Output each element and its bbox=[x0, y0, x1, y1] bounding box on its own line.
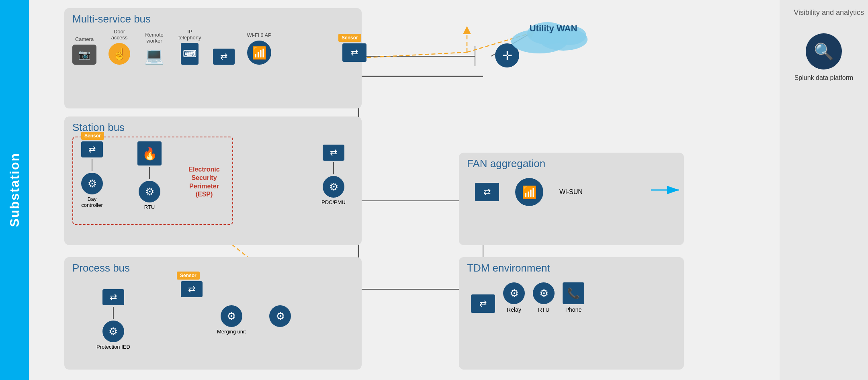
substation-label: Substation bbox=[7, 153, 22, 227]
protection-ied-label: Protection IED bbox=[96, 344, 130, 350]
protection-ied-icon: ⚙ bbox=[102, 321, 124, 342]
tdm-phone-label: Phone bbox=[565, 306, 581, 313]
station-switch-icon bbox=[81, 141, 103, 157]
tdm-environment-box: TDM environment ⚙ Relay ⚙ RTU 📞 Phone bbox=[459, 257, 684, 370]
rtu-label: RTU bbox=[144, 204, 155, 210]
visibility-title: Visibility and analytics bbox=[794, 8, 864, 17]
wi-sun-icon: 📶 bbox=[515, 178, 543, 206]
laptop-icon: 💻 bbox=[142, 46, 166, 65]
bay-controller-label: Baycontroller bbox=[81, 196, 102, 208]
blue-arrow-area bbox=[651, 184, 683, 196]
remote-worker-device: Remoteworker 💻 bbox=[142, 32, 166, 65]
multiservice-bus-box: Multi-service bus Camera 📷 Dooraccess ☝ … bbox=[64, 8, 362, 108]
sensor-badge-top: Sensor bbox=[338, 34, 361, 42]
pdc-switch-icon bbox=[323, 145, 344, 161]
sensor-badge-station: Sensor bbox=[81, 132, 104, 140]
process-bus-box: Process bus ⚙ Protection IED Sensor ⚙ Me… bbox=[64, 257, 362, 370]
merging-unit-label: Merging unit bbox=[217, 329, 246, 335]
pdc-icon: ⚙ bbox=[323, 176, 344, 198]
cisco-fire-icon: 🔥 bbox=[137, 141, 162, 165]
fingerprint-icon: ☝ bbox=[108, 43, 130, 65]
ip-telephony-label: IPtelephony bbox=[178, 29, 201, 41]
blue-arrow-svg bbox=[651, 184, 683, 196]
ms-switch-device: . bbox=[213, 40, 235, 65]
wifi-icon: 📶 bbox=[247, 41, 271, 65]
top-switch-icon bbox=[342, 43, 366, 62]
ms-switch-icon bbox=[213, 49, 235, 65]
ip-telephony-device: IPtelephony ⌨ bbox=[178, 29, 201, 65]
process-gear2-icon: ⚙ bbox=[269, 305, 291, 327]
multiservice-bus-title: Multi-service bus bbox=[72, 13, 354, 25]
process-bus-title: Process bus bbox=[72, 262, 354, 274]
splunk-label: Splunk data platform bbox=[794, 74, 854, 82]
camera-icon: 📷 bbox=[72, 45, 96, 65]
fan-switch-icon bbox=[475, 183, 499, 201]
remote-worker-label: Remoteworker bbox=[145, 32, 164, 44]
svg-marker-44 bbox=[463, 26, 471, 34]
pdc-label: PDC/PMU bbox=[321, 199, 346, 205]
diagram-area: Multi-service bus Camera 📷 Dooraccess ☝ … bbox=[29, 0, 780, 380]
visibility-panel: Visibility and analytics 🔍 Splunk data p… bbox=[780, 0, 868, 380]
keypad-icon: ⌨ bbox=[181, 43, 199, 65]
tdm-phone-icon: 📞 bbox=[563, 282, 584, 304]
door-access-label: Dooraccess bbox=[111, 29, 127, 41]
station-bus-title: Station bus bbox=[72, 121, 354, 134]
wi-sun-label: Wi-SUN bbox=[559, 188, 583, 196]
process-switch-left-icon bbox=[102, 289, 124, 305]
sensor-badge-process: Sensor bbox=[177, 272, 200, 280]
tdm-rtu-label: RTU bbox=[538, 306, 550, 313]
relay-icon: ⚙ bbox=[503, 282, 525, 304]
wifi6-label: Wi-Fi 6 AP bbox=[247, 32, 271, 38]
tdm-switch-icon bbox=[471, 294, 495, 313]
relay-label: Relay bbox=[507, 306, 521, 313]
substation-bar: Substation bbox=[0, 0, 29, 380]
fan-aggregation-title: FAN aggregation bbox=[467, 157, 676, 170]
tdm-rtu-icon: ⚙ bbox=[533, 282, 555, 304]
tdm-environment-title: TDM environment bbox=[467, 262, 676, 274]
door-access-device: Dooraccess ☝ bbox=[108, 29, 130, 65]
utility-wan-area: Utility WAN bbox=[507, 11, 600, 57]
splunk-icon: 🔍 bbox=[806, 33, 842, 69]
utility-wan-label: Utility WAN bbox=[530, 23, 577, 34]
wifi6-device: Wi-Fi 6 AP 📶 bbox=[247, 32, 271, 65]
station-bus-box: Station bus Sensor ⚙ Baycontroller 🔥 ⚙ R… bbox=[64, 116, 362, 245]
process-switch-center-icon bbox=[181, 281, 203, 297]
fan-aggregation-box: FAN aggregation 📶 Wi-SUN bbox=[459, 153, 684, 245]
merging-unit-icon: ⚙ bbox=[221, 305, 242, 327]
bay-controller-icon: ⚙ bbox=[81, 173, 103, 194]
rtu-icon: ⚙ bbox=[139, 181, 160, 202]
camera-label: Camera bbox=[75, 36, 94, 42]
esp-label: ElectronicSecurityPerimeter(ESP) bbox=[180, 165, 228, 199]
camera-device: Camera 📷 bbox=[72, 36, 96, 65]
